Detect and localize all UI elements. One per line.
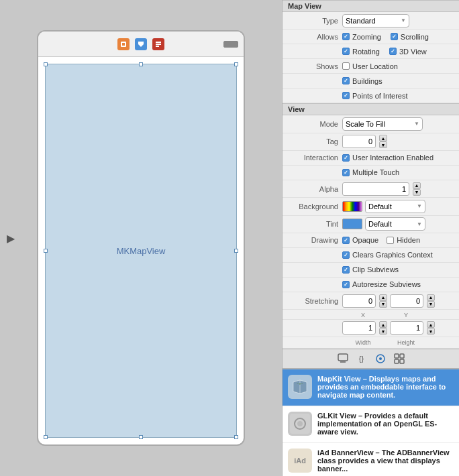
handle-bl[interactable] (44, 435, 48, 439)
allows-row-1: Allows Zooming Scrolling (283, 29, 459, 44)
tag-stepper[interactable]: ▲ ▼ (379, 135, 387, 148)
tint-color-swatch[interactable] (342, 219, 362, 229)
stretch-x-up[interactable]: ▲ (379, 294, 387, 301)
iad-icon-text: iAd (294, 457, 306, 465)
tab-icon-2[interactable]: {} (354, 351, 369, 366)
stretch-y-down[interactable]: ▼ (427, 301, 435, 308)
clears-checkbox[interactable] (342, 251, 350, 259)
height-down[interactable]: ▼ (427, 328, 435, 335)
library-item-mapkit[interactable]: MapKit View – Displays maps and provides… (283, 369, 459, 406)
mode-select[interactable]: Scale To Fill ▼ (342, 117, 423, 131)
alpha-stepper-down[interactable]: ▼ (413, 189, 421, 196)
user-interaction-label: User Interaction Enabled (352, 154, 434, 162)
handle-mr[interactable] (234, 249, 238, 253)
width-field[interactable]: 1 (342, 321, 376, 335)
handle-tl[interactable] (44, 62, 48, 66)
map-view[interactable]: MKMapView (45, 64, 237, 438)
type-value: Standard (346, 17, 376, 25)
mode-value: Scale To Fill (346, 120, 385, 128)
shows-row-2: Buildings (283, 74, 459, 88)
scrolling-label: Scrolling (401, 33, 429, 41)
width-height-row: 1 ▲ ▼ 1 ▲ ▼ (283, 320, 459, 337)
iad-icon: iAd (288, 449, 312, 473)
allows-content-2: Rotating 3D View (342, 48, 454, 56)
width-down[interactable]: ▼ (379, 328, 387, 335)
tag-stepper-down[interactable]: ▼ (379, 141, 387, 148)
zooming-checkbox[interactable] (342, 33, 350, 40)
stretch-x-down[interactable]: ▼ (379, 301, 387, 308)
drawing-label: Drawing (288, 236, 338, 244)
library-item-iad[interactable]: iAd iAd BannerView – The ADBannerView cl… (283, 443, 459, 476)
opaque-checkbox[interactable] (342, 237, 350, 244)
user-interaction-checkbox[interactable] (342, 154, 350, 162)
handle-br[interactable] (234, 435, 238, 439)
handle-tr[interactable] (234, 62, 238, 66)
type-row: Type Standard ▼ (283, 12, 459, 29)
width-up[interactable]: ▲ (379, 321, 387, 328)
buildings-checkbox[interactable] (342, 77, 350, 84)
rotating-row: Rotating (342, 48, 380, 56)
clears-row: Clears Graphics Context (342, 251, 433, 259)
drawing-content-3: Clip Subviews (342, 265, 454, 274)
tint-content: Default ▼ (342, 217, 454, 231)
stretch-y-stepper[interactable]: ▲ ▼ (427, 294, 435, 308)
background-value: Default (368, 202, 392, 211)
tag-stepper-up[interactable]: ▲ (379, 135, 387, 141)
stretch-y-up[interactable]: ▲ (427, 294, 435, 301)
svg-rect-5 (156, 42, 161, 43)
map-view-label: MKMapView (117, 246, 166, 256)
width-stepper[interactable]: ▲ ▼ (379, 321, 387, 335)
buildings-label: Buildings (352, 77, 382, 85)
tint-select[interactable]: Default ▼ (365, 217, 425, 231)
handle-bm[interactable] (139, 435, 143, 439)
map-view-section-header: Map View (283, 0, 459, 12)
autoresize-checkbox[interactable] (342, 281, 350, 288)
stretch-x-field[interactable]: 0 (342, 294, 376, 308)
type-label: Type (288, 17, 338, 25)
rotating-checkbox[interactable] (342, 48, 350, 55)
multiple-touch-checkbox[interactable] (342, 169, 350, 176)
interaction-row-2: Multiple Touch (283, 166, 459, 180)
tab-icon-3[interactable] (373, 351, 388, 366)
background-select[interactable]: Default ▼ (365, 200, 425, 213)
user-location-checkbox[interactable] (342, 62, 350, 70)
height-stepper[interactable]: ▲ ▼ (427, 321, 435, 335)
clip-checkbox[interactable] (342, 266, 350, 274)
opaque-row: Opaque (342, 236, 378, 244)
tab-icon-1[interactable] (336, 351, 350, 366)
drawing-content-1: Opaque Hidden (342, 236, 454, 244)
alpha-stepper-up[interactable]: ▲ (413, 182, 421, 189)
alpha-row: Alpha 1 ▲ ▼ (283, 180, 459, 198)
multiple-touch-label: Multiple Touch (352, 168, 399, 176)
width-label: Width (355, 339, 370, 346)
wh-label-row: Width Height (283, 337, 459, 349)
device-frame: MKMapView (37, 30, 245, 446)
height-up[interactable]: ▲ (427, 321, 435, 328)
clip-label: Clip Subviews (352, 265, 399, 274)
scrolling-checkbox[interactable] (391, 33, 398, 40)
iad-title: iAd BannerView – The ADBannerView class … (317, 449, 454, 473)
library-item-glkit[interactable]: GLKit View – Provides a default implemen… (283, 406, 459, 443)
stretch-y-field[interactable]: 0 (390, 294, 423, 308)
3d-checkbox[interactable] (389, 48, 397, 55)
buildings-row: Buildings (342, 77, 382, 85)
handle-tm[interactable] (139, 62, 143, 66)
drawing-row-4: Autoresize Subviews (283, 278, 459, 292)
tab-icon-4[interactable] (392, 351, 407, 366)
multiple-touch-row: Multiple Touch (342, 168, 399, 176)
svg-rect-13 (400, 354, 404, 358)
stretch-x-stepper[interactable]: ▲ ▼ (379, 294, 387, 308)
height-field[interactable]: 1 (390, 321, 423, 335)
alpha-stepper[interactable]: ▲ ▼ (413, 182, 421, 196)
allows-row-2: Rotating 3D View (283, 44, 459, 59)
shows-content-1: User Location (342, 62, 454, 70)
background-color-swatch[interactable] (342, 201, 362, 212)
shows-content-2: Buildings (342, 77, 454, 85)
stretching-label: Stretching (288, 297, 338, 305)
points-checkbox[interactable] (342, 92, 350, 99)
tag-field[interactable]: 0 (342, 135, 376, 148)
type-select[interactable]: Standard ▼ (342, 14, 409, 27)
alpha-field[interactable]: 1 (342, 182, 409, 196)
handle-ml[interactable] (44, 249, 48, 253)
hidden-checkbox[interactable] (387, 237, 394, 244)
